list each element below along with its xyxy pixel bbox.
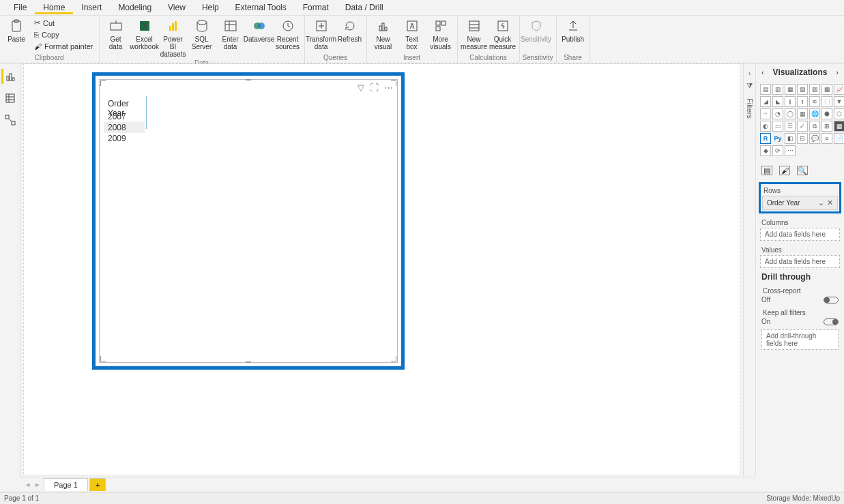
- 100-stacked-bar-icon[interactable]: ▨: [809, 84, 820, 95]
- filters-pane-collapsed[interactable]: ‹ ⧩ Filters: [743, 63, 755, 477]
- table-visual-icon[interactable]: ⊞: [821, 121, 832, 132]
- clustered-bar-icon[interactable]: ▦: [785, 84, 796, 95]
- chevron-down-icon[interactable]: ⌄: [818, 198, 824, 207]
- gauge-icon[interactable]: ◐: [760, 121, 771, 132]
- treemap-icon[interactable]: ▦: [797, 108, 808, 119]
- resize-handle-top[interactable]: [246, 79, 251, 80]
- rows-field-pill[interactable]: Order Year ⌄✕: [762, 196, 838, 210]
- stacked-column-icon[interactable]: ▥: [772, 84, 783, 95]
- refresh-button[interactable]: Refresh: [336, 17, 364, 44]
- qa-visual-icon[interactable]: 💬: [809, 133, 820, 144]
- funnel-chart-icon[interactable]: ▼: [834, 96, 844, 107]
- table-row[interactable]: 2009: [104, 133, 145, 144]
- multi-row-card-icon[interactable]: ☰: [785, 121, 796, 132]
- stacked-area-icon[interactable]: ◣: [772, 96, 783, 107]
- area-chart-icon[interactable]: ◢: [760, 96, 771, 107]
- line-column-icon[interactable]: ⫿: [785, 96, 796, 107]
- get-data-button[interactable]: Get data: [102, 17, 130, 52]
- add-page-button[interactable]: +: [89, 478, 106, 491]
- analytics-tab[interactable]: 🔍: [797, 166, 808, 175]
- format-tab[interactable]: 🖌: [779, 166, 790, 175]
- menu-view[interactable]: View: [160, 1, 194, 14]
- shape-map-icon[interactable]: ⬡: [834, 108, 844, 119]
- decomposition-tree-icon[interactable]: ⊟: [797, 133, 808, 144]
- smart-narrative-icon[interactable]: ≡: [821, 133, 832, 144]
- scatter-icon[interactable]: ⁘: [760, 108, 771, 119]
- excel-button[interactable]: XExcel workbook: [131, 17, 158, 52]
- stacked-bar-icon[interactable]: ▤: [760, 84, 771, 95]
- data-view-button[interactable]: [1, 91, 19, 106]
- menu-modeling[interactable]: Modeling: [110, 1, 160, 14]
- filter-icon[interactable]: ▽: [358, 83, 364, 93]
- columns-well[interactable]: Add data fields here: [760, 228, 840, 241]
- line-clustered-icon[interactable]: ⫾: [797, 96, 808, 107]
- dataverse-button[interactable]: Dataverse: [246, 17, 273, 44]
- transform-data-button[interactable]: Transform data: [308, 17, 335, 52]
- matrix-visual-icon[interactable]: ▦: [834, 121, 844, 132]
- recent-sources-button[interactable]: Recent sources: [274, 17, 302, 52]
- more-visuals-button[interactable]: More visuals: [427, 17, 454, 52]
- power-automate-icon[interactable]: ⟳: [772, 145, 783, 156]
- map-icon[interactable]: 🌐: [809, 108, 820, 119]
- quick-measure-button[interactable]: Quick measure: [489, 17, 516, 52]
- more-options-icon[interactable]: ⋯: [384, 83, 393, 93]
- menu-file[interactable]: File: [5, 1, 35, 14]
- table-row[interactable]: 2007: [104, 111, 145, 122]
- key-influencers-icon[interactable]: ◧: [785, 133, 796, 144]
- table-row[interactable]: 2008: [104, 122, 145, 133]
- paste-button[interactable]: Paste: [3, 17, 30, 44]
- report-canvas[interactable]: ▽ ⛶ ⋯ Order Year 2007 2008 2009: [20, 63, 743, 477]
- expand-viz-icon[interactable]: ›: [836, 68, 839, 76]
- new-measure-button[interactable]: New measure: [461, 17, 488, 52]
- database-icon: [194, 18, 209, 33]
- expand-filters-icon[interactable]: ‹: [748, 69, 751, 77]
- menu-help[interactable]: Help: [194, 1, 227, 14]
- cut-button[interactable]: ✂Cut: [31, 17, 96, 29]
- new-visual-button[interactable]: New visual: [370, 17, 397, 52]
- donut-icon[interactable]: ◯: [785, 108, 796, 119]
- r-visual-icon[interactable]: R: [760, 133, 771, 144]
- publish-button[interactable]: Publish: [559, 17, 587, 44]
- resize-handle-bottom[interactable]: [246, 361, 251, 363]
- card-icon[interactable]: ▭: [772, 121, 783, 132]
- paginated-report-icon[interactable]: 📄: [834, 133, 844, 144]
- report-view-button[interactable]: [1, 69, 19, 84]
- prev-page-button[interactable]: ◂: [23, 480, 33, 489]
- power-apps-icon[interactable]: ◆: [760, 145, 771, 156]
- next-page-button[interactable]: ▸: [33, 480, 42, 489]
- page-tab-1[interactable]: Page 1: [44, 478, 88, 491]
- ribbon-chart-icon[interactable]: ≋: [809, 96, 820, 107]
- menu-home[interactable]: Home: [35, 1, 73, 14]
- 100-stacked-column-icon[interactable]: ▩: [821, 84, 832, 95]
- get-more-visuals-icon[interactable]: ⋯: [785, 145, 796, 156]
- keep-filters-toggle[interactable]: [824, 318, 839, 325]
- pbi-datasets-button[interactable]: Power BI datasets: [160, 17, 187, 59]
- matrix-visual-selected[interactable]: ▽ ⛶ ⋯ Order Year 2007 2008 2009: [92, 72, 405, 370]
- cross-report-toggle[interactable]: [824, 297, 839, 303]
- menu-external-tools[interactable]: External Tools: [227, 1, 295, 14]
- format-painter-button[interactable]: 🖌Format painter: [31, 41, 96, 52]
- fields-tab[interactable]: ▤: [761, 166, 772, 175]
- kpi-icon[interactable]: ✓: [797, 121, 808, 132]
- remove-field-icon[interactable]: ✕: [827, 198, 833, 207]
- pie-icon[interactable]: ◔: [772, 108, 783, 119]
- values-well[interactable]: Add data fields here: [760, 255, 840, 268]
- waterfall-icon[interactable]: ⬚: [821, 96, 832, 107]
- python-visual-icon[interactable]: Py: [772, 133, 783, 144]
- copy-button[interactable]: ⎘Copy: [31, 29, 96, 40]
- slicer-icon[interactable]: ⧉: [809, 121, 820, 132]
- enter-data-button[interactable]: Enter data: [217, 17, 244, 52]
- drill-through-well[interactable]: Add drill-through fields here: [761, 329, 839, 350]
- line-chart-icon[interactable]: 📈: [834, 84, 844, 95]
- filled-map-icon[interactable]: ⬢: [821, 108, 832, 119]
- focus-mode-icon[interactable]: ⛶: [370, 83, 379, 93]
- svg-rect-2: [111, 23, 121, 30]
- model-view-button[interactable]: [1, 113, 19, 128]
- sql-server-button[interactable]: SQL Server: [188, 17, 216, 52]
- text-box-button[interactable]: AText box: [398, 17, 426, 52]
- collapse-viz-icon[interactable]: ‹: [761, 68, 764, 76]
- menu-insert[interactable]: Insert: [73, 1, 110, 14]
- clustered-column-icon[interactable]: ▧: [797, 84, 808, 95]
- menu-data-drill[interactable]: Data / Drill: [337, 1, 392, 14]
- menu-format[interactable]: Format: [295, 1, 337, 14]
